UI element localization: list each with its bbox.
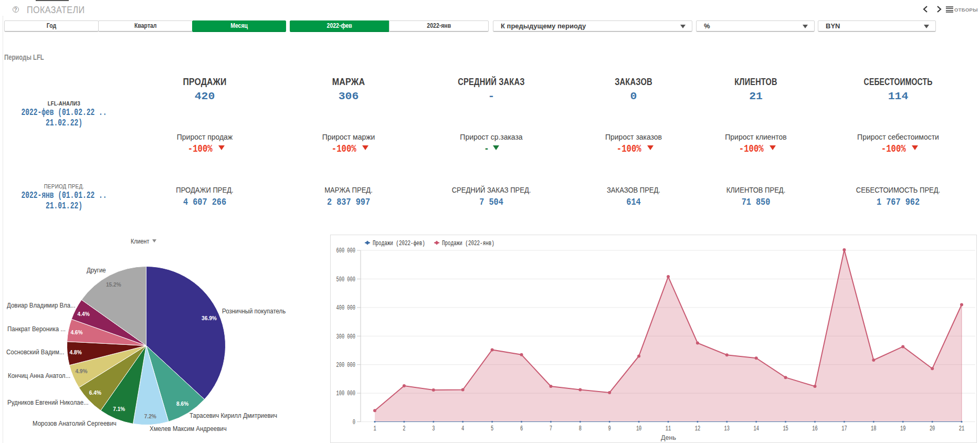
- svg-text:Продажи (2022-фев): Продажи (2022-фев): [373, 239, 425, 247]
- svg-text:4: 4: [461, 425, 465, 432]
- svg-text:4.9%: 4.9%: [75, 368, 87, 374]
- svg-text:13: 13: [724, 425, 730, 432]
- svg-text:4.6%: 4.6%: [70, 330, 82, 335]
- svg-text:Продажи (2022-янв): Продажи (2022-янв): [442, 239, 494, 247]
- svg-text:8: 8: [579, 425, 582, 432]
- svg-text:15: 15: [783, 425, 788, 432]
- svg-text:5: 5: [491, 425, 493, 432]
- svg-text:14: 14: [753, 425, 759, 432]
- svg-text:15.2%: 15.2%: [106, 282, 121, 288]
- svg-text:10: 10: [636, 425, 641, 432]
- svg-text:4.8%: 4.8%: [69, 350, 81, 355]
- svg-text:2: 2: [403, 425, 405, 432]
- svg-text:400 000: 400 000: [336, 304, 355, 312]
- svg-text:36.9%: 36.9%: [202, 315, 217, 321]
- svg-text:300 000: 300 000: [336, 333, 355, 340]
- svg-text:600 000: 600 000: [336, 247, 355, 255]
- svg-text:12: 12: [695, 425, 700, 432]
- svg-text:8.6%: 8.6%: [176, 401, 188, 407]
- svg-text:500 000: 500 000: [336, 276, 355, 283]
- svg-text:7: 7: [550, 425, 552, 432]
- svg-text:17: 17: [841, 425, 847, 432]
- svg-text:9: 9: [608, 425, 611, 432]
- svg-text:20: 20: [930, 425, 935, 432]
- svg-text:21: 21: [959, 425, 965, 432]
- svg-text:18: 18: [871, 425, 876, 432]
- svg-text:19: 19: [900, 425, 905, 432]
- svg-text:200 000: 200 000: [336, 361, 355, 368]
- svg-text:16: 16: [812, 425, 817, 432]
- svg-text:3: 3: [432, 425, 435, 432]
- svg-text:0: 0: [353, 418, 355, 426]
- svg-text:4.4%: 4.4%: [78, 311, 90, 317]
- svg-text:100 000: 100 000: [336, 390, 355, 397]
- svg-text:7.2%: 7.2%: [144, 414, 156, 419]
- svg-text:11: 11: [666, 425, 671, 432]
- svg-text:6: 6: [520, 425, 523, 432]
- svg-text:6.4%: 6.4%: [89, 390, 101, 396]
- svg-text:День: День: [661, 434, 676, 441]
- svg-text:7.1%: 7.1%: [113, 406, 125, 412]
- svg-text:1: 1: [373, 425, 376, 432]
